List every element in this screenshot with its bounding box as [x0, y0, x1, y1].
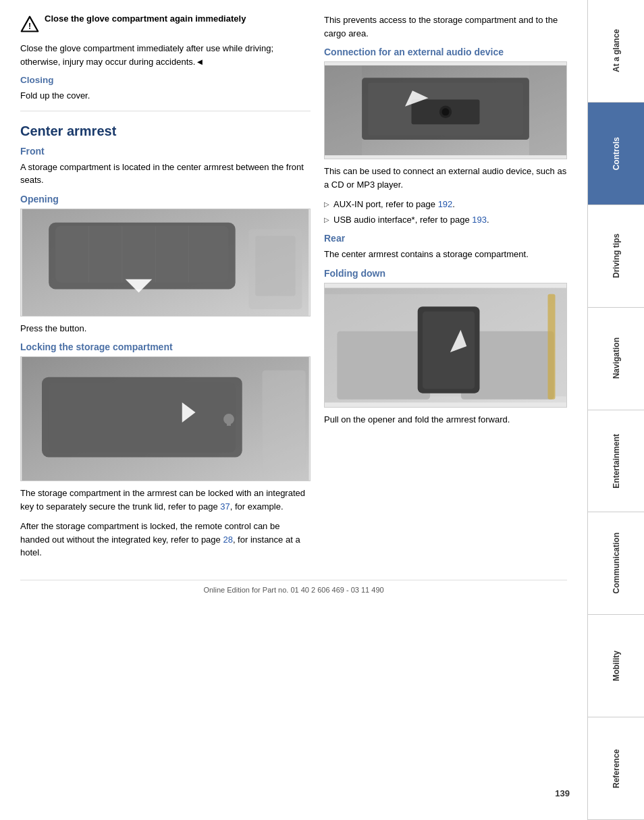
sidebar-reference[interactable]: Reference: [588, 717, 644, 820]
folding-image: [324, 283, 567, 408]
locking-heading: Locking the storage compartment: [20, 341, 311, 352]
footer: Online Edition for Part no. 01 40 2 606 …: [20, 580, 567, 594]
bullet-usb: USB audio interface*, refer to page 193.: [324, 213, 567, 227]
footer-edition: Online Edition for Part no. 01 40 2 606 …: [203, 586, 383, 594]
prevents-text: This prevents access to the storage comp…: [324, 13, 567, 40]
sidebar-communication[interactable]: Communication: [588, 512, 644, 615]
opening-heading: Opening: [20, 194, 311, 204]
svg-rect-11: [255, 236, 295, 296]
locking-body2: After the storage compartment is locked,…: [20, 520, 311, 559]
svg-rect-33: [423, 311, 475, 389]
svg-rect-16: [227, 419, 231, 426]
aux-image: [324, 61, 567, 159]
rear-body: The center armrest contains a storage co…: [324, 248, 567, 261]
link-page-28[interactable]: 28: [223, 535, 232, 545]
sidebar-at-a-glance[interactable]: At a glance: [588, 0, 644, 103]
sidebar-controls[interactable]: Controls: [588, 103, 644, 205]
svg-rect-35: [547, 294, 555, 399]
sidebar: At a glance Controls Driving tips Naviga…: [587, 0, 644, 820]
sidebar-driving-tips[interactable]: Driving tips: [588, 205, 644, 308]
svg-rect-14: [49, 383, 236, 453]
folding-heading: Folding down: [324, 268, 567, 279]
sidebar-navigation[interactable]: Navigation: [588, 308, 644, 410]
svg-text:!: !: [28, 22, 31, 31]
connection-heading: Connection for an external audio device: [324, 47, 567, 57]
warning-text: Close the glove compartment again immedi…: [45, 13, 246, 24]
opening-image: [20, 209, 311, 317]
link-page-193[interactable]: 193: [472, 215, 487, 225]
opening-body: Press the button.: [20, 322, 311, 335]
connection-bullets: AUX-IN port, refer to page 192. USB audi…: [324, 198, 567, 226]
link-page-192[interactable]: 192: [438, 199, 453, 209]
folding-body: Pull on the opener and fold the armrest …: [324, 413, 567, 427]
front-heading: Front: [20, 146, 311, 157]
sidebar-mobility[interactable]: Mobility: [588, 615, 644, 717]
center-armrest-heading: Center armrest: [20, 124, 311, 139]
closing-heading: Closing: [20, 75, 311, 85]
svg-rect-27: [529, 65, 566, 155]
page-number: 139: [555, 788, 570, 798]
sidebar-entertainment[interactable]: Entertainment: [588, 410, 644, 513]
connection-body: This can be used to connect an external …: [324, 165, 567, 191]
rear-heading: Rear: [324, 233, 567, 244]
svg-rect-4: [55, 225, 229, 282]
closing-body: Fold up the cover.: [20, 89, 311, 103]
warning-box: ! Close the glove compartment again imme…: [20, 13, 311, 34]
front-body: A storage compartment is located in the …: [20, 161, 311, 187]
warning-body: Close the glove compartment immediately …: [20, 42, 311, 68]
svg-rect-26: [325, 65, 362, 155]
bullet-aux: AUX-IN port, refer to page 192.: [324, 198, 567, 211]
svg-rect-18: [262, 371, 305, 470]
warning-icon: !: [20, 15, 39, 34]
link-page-37[interactable]: 37: [220, 501, 230, 512]
locking-body1: The storage compartment in the armrest c…: [20, 487, 311, 513]
locking-image: [20, 356, 311, 481]
svg-point-24: [441, 108, 449, 115]
svg-rect-30: [337, 331, 430, 399]
